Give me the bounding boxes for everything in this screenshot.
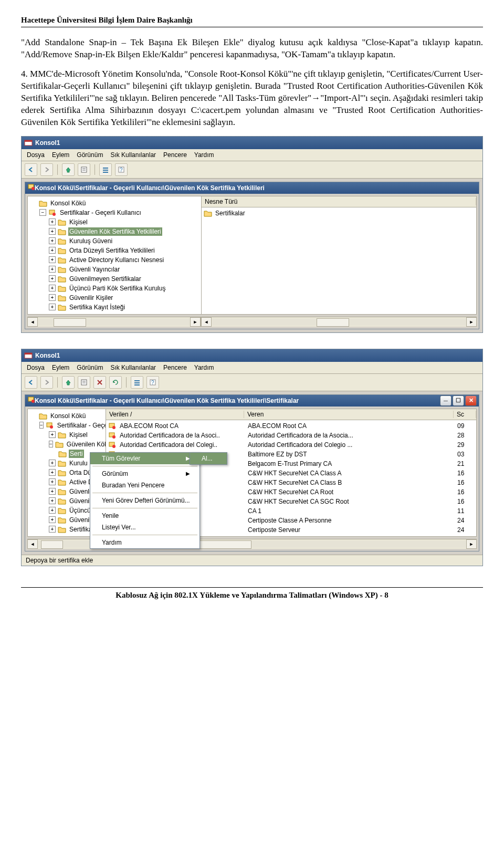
close-button[interactable]: ✕ — [465, 395, 477, 406]
tree-item[interactable]: +Orta Düzeyli Sertifika Yetkilileri — [28, 246, 201, 255]
menu-gorunum[interactable]: Görünüm — [77, 151, 103, 159]
page-header: Hacettepe Üniversitesi Bilgi İşlem Daire… — [21, 16, 483, 27]
tree-item[interactable]: +Güvenilmeyen Sertifikalar — [28, 274, 201, 284]
col-issued-by[interactable]: Veren — [244, 411, 454, 418]
menu-sik[interactable]: Sık Kullanılanlar — [110, 364, 156, 371]
menu-yenile[interactable]: Yenile — [90, 510, 200, 522]
menu-listeyi[interactable]: Listeyi Ver... — [90, 522, 200, 533]
svg-point-31 — [112, 435, 116, 439]
svg-text:?: ? — [151, 380, 154, 385]
tree-item[interactable]: −Güvenilen Kök Sertifika Yetkilileri — [28, 440, 106, 449]
svg-point-13 — [52, 213, 56, 216]
menu-tum-gorevler[interactable]: Tüm Görevler▶ — [90, 453, 200, 464]
menu-pencere[interactable]: Pencere — [163, 364, 187, 371]
svg-rect-1 — [25, 140, 32, 142]
menu-yardim[interactable]: Yardım — [90, 537, 200, 548]
menu-dosya[interactable]: Dosya — [27, 151, 45, 159]
tree-root[interactable]: Konsol Kökü — [28, 199, 201, 208]
col-issued-to[interactable]: Verilen / — [106, 411, 244, 418]
menu-pencere[interactable]: Pencere — [163, 151, 187, 159]
maximize-button[interactable]: ☐ — [453, 395, 464, 406]
inner-titlebar[interactable]: Konsol Kökü\Sertifikalar - Geçerli Kulla… — [25, 395, 479, 407]
tree-item[interactable]: +Güvenli Yayıncılar — [28, 265, 201, 274]
svg-point-29 — [112, 426, 116, 429]
menu-yardim[interactable]: Yardım — [194, 151, 214, 159]
menu-yeni-gorev[interactable]: Yeni Görev Defteri Görünümü... — [90, 495, 200, 506]
list-item[interactable]: Sertifikalar — [202, 209, 476, 218]
list-button[interactable] — [131, 376, 143, 389]
forward-button[interactable] — [40, 376, 53, 389]
menu-buradan-yeni[interactable]: Buradan Yeni Pencere — [90, 480, 200, 491]
menu-yardim[interactable]: Yardım — [194, 364, 214, 371]
menu-dosya[interactable]: Dosya — [27, 364, 45, 371]
tree-user[interactable]: −Sertifikalar - Geçerli Kullanıcı — [28, 421, 106, 430]
context-menu[interactable]: Tüm Görevler▶ Görünüm▶ Buradan Yeni Penc… — [90, 452, 200, 549]
tree-item[interactable]: +Güvenilir Kişiler — [28, 293, 201, 303]
window-title: Konsol1 — [35, 352, 60, 359]
mmc-window-1: Konsol1 Dosya Eylem Görünüm Sık Kullanıl… — [21, 136, 483, 333]
titlebar[interactable]: Konsol1 — [22, 137, 482, 149]
svg-rect-21 — [134, 384, 140, 385]
menubar[interactable]: Dosya Eylem Görünüm Sık Kullanılanlar Pe… — [22, 149, 482, 161]
toolbar: ? — [22, 161, 482, 179]
menu-eylem[interactable]: Eylem — [52, 364, 69, 371]
tree-user[interactable]: −Sertifikalar - Geçerli Kullanıcı — [28, 208, 201, 217]
delete-button[interactable] — [93, 376, 106, 389]
help-button[interactable]: ? — [146, 376, 159, 389]
props-button[interactable] — [78, 163, 90, 176]
scrollbar-horizontal[interactable]: ◄► — [201, 317, 477, 327]
menu-gorunum[interactable]: Görünüm▶ — [90, 468, 200, 480]
svg-point-33 — [112, 445, 116, 448]
table-row[interactable]: Autoridad Certificadora de la Asoci..Aut… — [106, 431, 476, 440]
help-button[interactable]: ? — [115, 163, 128, 176]
table-row[interactable]: ABA.ECOM Root CAABA.ECOM Root CA09 — [106, 421, 476, 431]
menu-al[interactable]: Al... — [190, 453, 227, 464]
up-button[interactable] — [62, 376, 75, 389]
tree-item[interactable]: +Kuruluş Güveni — [28, 236, 201, 246]
refresh-button[interactable] — [109, 376, 122, 389]
mmc-window-2: Konsol1 Dosya Eylem Görünüm Sık Kullanıl… — [21, 349, 483, 566]
table-row[interactable]: Autoridad Certificadora del Colegi..Auto… — [106, 440, 476, 450]
svg-rect-7 — [103, 172, 108, 173]
cert-icon — [27, 396, 35, 405]
cert-icon — [108, 422, 117, 430]
tree-item[interactable]: +Üçüncü Parti Kök Sertifika Kuruluş — [28, 284, 201, 293]
tree-item[interactable]: +Kişisel — [28, 217, 201, 227]
back-button[interactable] — [25, 376, 37, 389]
svg-rect-6 — [103, 170, 108, 171]
svg-point-27 — [50, 425, 53, 429]
col-object-type[interactable]: Nesne Türü — [202, 198, 476, 205]
list-button[interactable] — [99, 163, 112, 176]
toolbar: ? — [22, 374, 482, 391]
scrollbar-horizontal[interactable]: ◄► — [27, 317, 201, 327]
cert-icon — [108, 432, 117, 439]
tree-item[interactable]: +Kişisel — [28, 430, 106, 440]
forward-button[interactable] — [40, 163, 53, 176]
titlebar[interactable]: Konsol1 — [22, 349, 482, 362]
col-sc[interactable]: Sc — [454, 411, 476, 418]
cert-icon — [27, 183, 35, 192]
context-submenu[interactable]: Al... — [190, 452, 227, 465]
tree-root[interactable]: Konsol Kökü — [28, 411, 106, 421]
column-header[interactable]: Nesne Türü — [202, 196, 476, 207]
minimize-button[interactable]: ─ — [440, 395, 452, 406]
menu-eylem[interactable]: Eylem — [52, 151, 69, 159]
svg-rect-15 — [25, 353, 32, 355]
menu-sik[interactable]: Sık Kullanılanlar — [110, 151, 156, 159]
inner-window: Konsol Kökü\Sertifikalar - Geçerli Kulla… — [25, 394, 479, 551]
tree-item[interactable]: +Sertifika Kayıt İsteği — [28, 303, 201, 312]
inner-window-title: Konsol Kökü\Sertifikalar - Geçerli Kulla… — [35, 184, 265, 192]
tree-item[interactable]: +Active Directory Kullanıcı Nesnesi — [28, 255, 201, 265]
tree-item-selected[interactable]: +Güvenilen Kök Sertifika Yetkilileri — [28, 227, 201, 236]
column-headers[interactable]: Verilen / Veren Sc — [106, 409, 476, 420]
svg-rect-2 — [81, 167, 87, 172]
svg-rect-20 — [134, 382, 140, 383]
inner-titlebar[interactable]: Konsol Kökü\Sertifikalar - Geçerli Kulla… — [25, 182, 479, 194]
menu-gorunum[interactable]: Görünüm — [77, 364, 103, 371]
up-button[interactable] — [62, 163, 75, 176]
back-button[interactable] — [25, 163, 37, 176]
props-button[interactable] — [78, 376, 90, 389]
menubar[interactable]: Dosya Eylem Görünüm Sık Kullanılanlar Pe… — [22, 362, 482, 374]
list-pane[interactable]: Nesne Türü Sertifikalar — [202, 196, 476, 314]
tree-pane[interactable]: Konsol Kökü −Sertifikalar - Geçerli Kull… — [28, 196, 202, 314]
